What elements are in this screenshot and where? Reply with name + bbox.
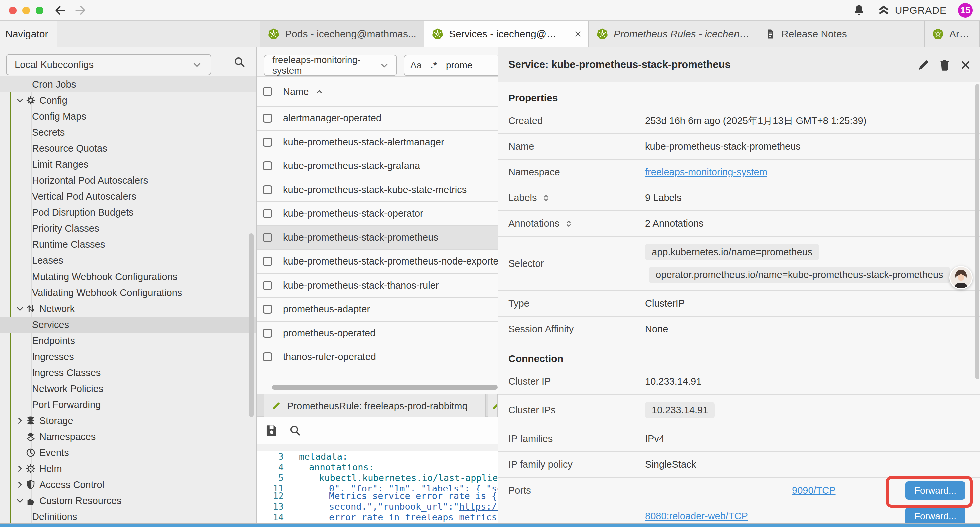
namespace-link[interactable]: freeleaps-monitoring-system [645, 167, 767, 178]
search-icon[interactable] [233, 56, 246, 69]
sidebar-item-pod-disruption-budgets[interactable]: Pod Disruption Budgets [0, 204, 256, 220]
forward-button[interactable]: Forward... [905, 507, 965, 523]
table-row[interactable]: thanos-ruler-operated [257, 345, 498, 369]
table-row[interactable]: prometheus-operated [257, 322, 498, 345]
sidebar-item-network[interactable]: Network [0, 301, 256, 317]
close-tab-icon[interactable] [574, 30, 582, 38]
table-row[interactable]: alertmanager-operated [257, 107, 498, 131]
chevron-down-icon[interactable] [15, 496, 25, 506]
sidebar-item-validating-webhook-configurations[interactable]: Validating Webhook Configurations [0, 285, 256, 301]
sidebar-item-namespaces[interactable]: Namespaces [0, 428, 256, 444]
trash-icon[interactable] [938, 58, 951, 72]
row-checkbox[interactable] [263, 161, 272, 170]
tab-prometheus-rules-icecheng[interactable]: Prometheus Rules - icecheng... [589, 21, 757, 47]
table-row[interactable]: prometheus-adapter [257, 298, 498, 322]
notification-count-badge[interactable]: 15 [958, 3, 973, 18]
sidebar-item-vertical-pod-autoscalers[interactable]: Vertical Pod Autoscalers [0, 188, 256, 204]
table-row[interactable]: kube-prometheus-stack-kube-state-metrics [257, 178, 498, 202]
chevron-right-icon[interactable] [15, 416, 25, 426]
back-icon[interactable] [54, 4, 67, 17]
tab-argo-se[interactable]: Argo Se [924, 21, 980, 47]
select-all-checkbox[interactable] [263, 87, 272, 96]
table-row[interactable]: kube-prometheus-stack-thanos-ruler [257, 274, 498, 298]
row-checkbox[interactable] [263, 138, 272, 147]
row-checkbox[interactable] [263, 281, 272, 290]
sidebar-item-runtime-classes[interactable]: Runtime Classes [0, 236, 256, 253]
chevron-down-icon[interactable] [15, 96, 25, 105]
sidebar-item-events[interactable]: Events [0, 444, 256, 461]
editor-tab-next[interactable] [488, 394, 498, 417]
port-link[interactable]: 8080:reloader-web/TCP [645, 511, 748, 522]
sidebar-item-mutating-webhook-configurations[interactable]: Mutating Webhook Configurations [0, 269, 256, 285]
sidebar-item-priority-classes[interactable]: Priority Classes [0, 220, 256, 236]
sidebar-item-config-maps[interactable]: Config Maps [0, 108, 256, 124]
sidebar-item-access-control[interactable]: Access Control [0, 477, 256, 493]
avatar[interactable] [949, 266, 973, 289]
tab-navigator[interactable]: Navigator [0, 21, 57, 47]
sidebar-item-cron-jobs[interactable]: Cron Jobs [0, 76, 256, 92]
row-checkbox[interactable] [263, 233, 272, 242]
chevron-right-icon[interactable] [15, 480, 25, 490]
sidebar-item-ingress-classes[interactable]: Ingress Classes [0, 365, 256, 381]
tab-services-icecheng-math[interactable]: Services - icecheng@math... [424, 21, 589, 47]
sidebar-item-secrets[interactable]: Secrets [0, 124, 256, 140]
sidebar-item-port-forwarding[interactable]: Port Forwarding [0, 396, 256, 412]
sidebar-item-storage[interactable]: Storage [0, 412, 256, 428]
match-case-toggle[interactable]: Aa [410, 60, 422, 71]
detail-scrollbar[interactable] [975, 84, 979, 379]
port-link[interactable]: 9090/TCP [792, 485, 835, 496]
table-row[interactable]: kube-prometheus-stack-prometheus [257, 226, 498, 250]
row-checkbox[interactable] [263, 209, 272, 218]
sidebar-item-ingresses[interactable]: Ingresses [0, 349, 256, 365]
code-text: metadata: [299, 451, 348, 462]
sort-toggle-icon[interactable] [564, 219, 573, 228]
edit-icon[interactable] [916, 58, 930, 72]
sidebar-item-endpoints[interactable]: Endpoints [0, 333, 256, 349]
filter-input[interactable]: Aa .* prome [404, 55, 498, 76]
tab-pods-icecheng-mathmas[interactable]: Pods - icecheng@mathmas... [260, 21, 424, 47]
bell-icon[interactable] [852, 4, 865, 17]
regex-toggle[interactable]: .* [430, 60, 437, 71]
maximize-window-button[interactable] [36, 7, 43, 14]
row-checkbox[interactable] [263, 257, 272, 266]
sidebar-scrollbar[interactable] [249, 234, 253, 417]
table-row[interactable]: kube-prometheus-stack-alertmanager [257, 131, 498, 155]
sidebar-item-limit-ranges[interactable]: Limit Ranges [0, 156, 256, 172]
row-checkbox[interactable] [263, 185, 272, 194]
row-checkbox[interactable] [263, 304, 272, 314]
sidebar-item-leases[interactable]: Leases [0, 253, 256, 269]
sort-toggle-icon[interactable] [541, 193, 551, 203]
sidebar-item-config[interactable]: Config [0, 92, 256, 108]
table-row[interactable]: kube-prometheus-stack-grafana [257, 154, 498, 178]
chevron-right-icon[interactable] [15, 463, 25, 474]
sidebar-item-custom-resources[interactable]: Custom Resources [0, 493, 256, 509]
sidebar-item-network-policies[interactable]: Network Policies [0, 381, 256, 396]
row-checkbox[interactable] [263, 328, 272, 338]
close-icon[interactable] [959, 59, 972, 72]
minimize-window-button[interactable] [22, 7, 30, 14]
forward-button[interactable]: Forward... [905, 481, 965, 500]
save-icon[interactable] [264, 423, 279, 438]
filter-query-text[interactable]: prome [446, 60, 473, 71]
kubeconfig-select[interactable]: Local Kubeconfigs [6, 54, 212, 75]
sidebar-item-horizontal-pod-autoscalers[interactable]: Horizontal Pod Autoscalers [0, 172, 256, 188]
row-checkbox[interactable] [263, 114, 272, 123]
sidebar-item-definitions[interactable]: Definitions [0, 509, 256, 523]
chevron-down-icon[interactable] [15, 304, 25, 314]
namespace-select[interactable]: freeleaps-monitoring-system [264, 55, 397, 76]
table-row[interactable]: kube-prometheus-stack-prometheus-node-ex… [257, 250, 498, 274]
table-row[interactable]: kube-prometheus-stack-operator [257, 202, 498, 226]
tab-release-notes[interactable]: Release Notes [757, 21, 924, 47]
upgrade-button[interactable]: UPGRADE [877, 4, 947, 17]
name-column-header[interactable]: Name [283, 77, 324, 107]
forward-icon[interactable] [74, 4, 87, 17]
horizontal-scrollbar[interactable] [272, 385, 498, 390]
close-window-button[interactable] [9, 7, 17, 14]
row-checkbox[interactable] [263, 352, 272, 361]
editor-search-icon[interactable] [288, 424, 302, 437]
sidebar-item-resource-quotas[interactable]: Resource Quotas [0, 140, 256, 156]
editor-tab-prometheusrule[interactable]: PrometheusRule: freeleaps-prod-rabbitmq [264, 394, 486, 417]
sidebar-item-services[interactable]: Services [0, 317, 256, 333]
sidebar-item-helm[interactable]: Helm [0, 461, 256, 477]
yaml-editor[interactable]: 3metadata:4annotations:5kubectl.kubernet… [257, 451, 498, 523]
